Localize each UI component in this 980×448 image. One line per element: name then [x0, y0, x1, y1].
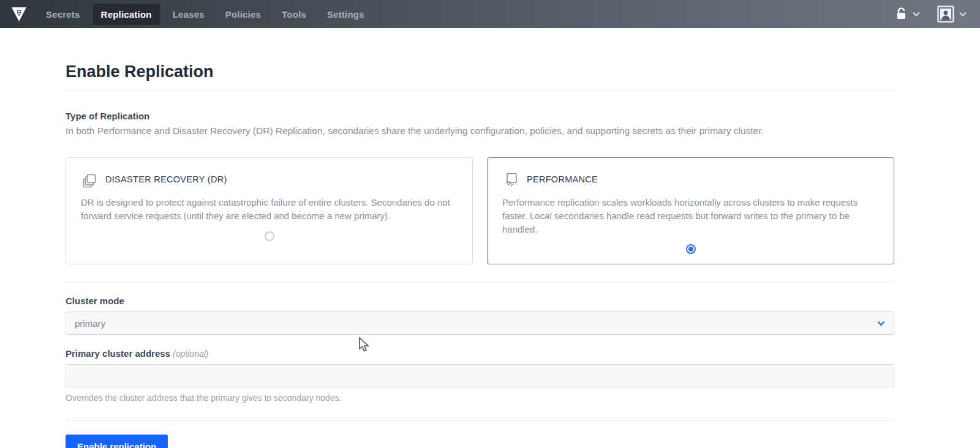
tab-settings[interactable]: Settings	[319, 4, 372, 25]
vault-logo[interactable]	[0, 6, 38, 23]
tab-policies[interactable]: Policies	[217, 4, 269, 25]
tab-replication[interactable]: Replication	[93, 4, 160, 25]
primary-cluster-address-label-text: Primary cluster address	[66, 348, 170, 359]
select-chevron-down-icon	[877, 321, 885, 326]
primary-cluster-address-input[interactable]	[75, 371, 885, 381]
card-disaster-recovery[interactable]: DISASTER RECOVERY (DR) DR is designed to…	[66, 157, 473, 264]
type-of-replication-description: In both Performance and Disaster Recover…	[66, 125, 894, 136]
user-menu[interactable]	[937, 6, 967, 23]
unlock-icon	[895, 7, 908, 21]
cluster-mode-label: Cluster mode	[66, 296, 894, 306]
chevron-down-icon	[959, 12, 967, 17]
type-of-replication-label: Type of Replication	[66, 111, 894, 121]
stacked-copies-icon	[81, 170, 99, 189]
tab-tools[interactable]: Tools	[274, 4, 314, 25]
navbar-right	[895, 6, 980, 23]
card-performance[interactable]: PERFORMANCE Performance replication scal…	[487, 157, 894, 264]
chevron-down-icon	[913, 12, 920, 17]
bottom-divider	[66, 420, 894, 420]
card-description-dr: DR is designed to protect against catast…	[81, 196, 458, 223]
primary-cluster-address-field-wrap	[66, 364, 894, 387]
tab-leases[interactable]: Leases	[165, 4, 213, 25]
vault-logo-icon	[10, 6, 28, 23]
enable-replication-button[interactable]: Enable replication	[66, 435, 168, 448]
card-title-performance: PERFORMANCE	[527, 174, 598, 184]
tab-secrets[interactable]: Secrets	[38, 4, 88, 25]
primary-cluster-address-help: Overrides the cluster address that the p…	[66, 393, 894, 403]
optional-note: (optional)	[173, 349, 208, 359]
page-title: Enable Replication	[66, 62, 894, 91]
primary-cluster-address-label: Primary cluster address (optional)	[66, 348, 894, 359]
card-title-dr: DISASTER RECOVERY (DR)	[105, 174, 227, 184]
fast-document-icon	[502, 170, 521, 189]
cluster-mode-select[interactable]: primary	[66, 312, 894, 335]
main-content: Enable Replication Type of Replication I…	[0, 62, 980, 448]
nav-tabs: Secrets Replication Leases Policies Tool…	[38, 4, 372, 25]
section-divider	[66, 282, 894, 282]
top-navbar: Secrets Replication Leases Policies Tool…	[0, 0, 980, 28]
seal-status-menu[interactable]	[895, 7, 920, 21]
replication-type-cards: DISASTER RECOVERY (DR) DR is designed to…	[66, 157, 894, 264]
radio-performance[interactable]	[686, 244, 696, 254]
card-description-performance: Performance replication scales workloads…	[502, 196, 879, 236]
user-avatar-icon	[937, 6, 954, 23]
radio-disaster-recovery[interactable]	[265, 231, 274, 241]
cluster-mode-value: primary	[75, 318, 105, 329]
